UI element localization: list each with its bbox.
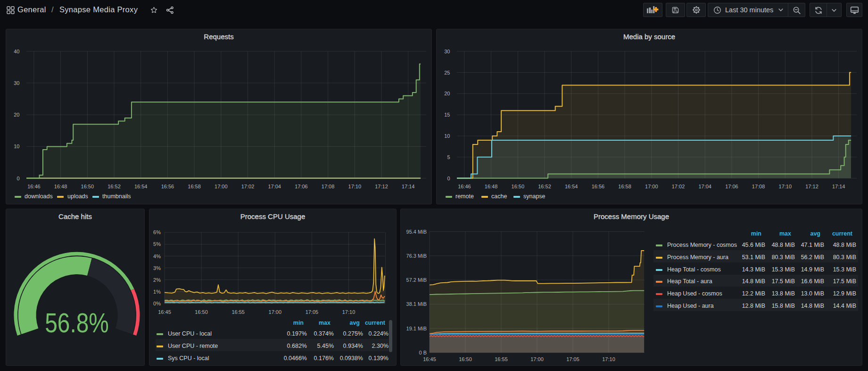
svg-text:17:02: 17:02 — [672, 184, 685, 189]
svg-text:56.8%: 56.8% — [45, 308, 109, 338]
svg-text:95.4 MiB: 95.4 MiB — [406, 229, 427, 235]
svg-text:17:10: 17:10 — [779, 184, 792, 189]
svg-text:25: 25 — [444, 70, 450, 76]
svg-text:57.2 MiB: 57.2 MiB — [406, 277, 427, 283]
svg-text:30: 30 — [14, 80, 19, 86]
svg-text:16:50: 16:50 — [81, 184, 94, 189]
svg-text:16:46: 16:46 — [27, 184, 41, 189]
svg-text:17:02: 17:02 — [241, 184, 255, 189]
svg-text:16:48: 16:48 — [485, 184, 498, 189]
svg-text:17:04: 17:04 — [268, 184, 281, 189]
svg-text:15: 15 — [444, 112, 450, 118]
svg-text:0: 0 — [447, 176, 450, 181]
svg-text:76.3 MiB: 76.3 MiB — [406, 253, 427, 259]
svg-text:0 B: 0 B — [419, 350, 427, 355]
svg-text:19.1 MiB: 19.1 MiB — [406, 326, 427, 331]
svg-text:30: 30 — [444, 49, 450, 54]
svg-text:0: 0 — [17, 176, 19, 181]
svg-text:17:08: 17:08 — [752, 184, 765, 189]
svg-text:16:45: 16:45 — [423, 356, 436, 362]
svg-text:20: 20 — [444, 91, 450, 96]
svg-text:16:56: 16:56 — [161, 184, 174, 189]
svg-text:16:50: 16:50 — [459, 356, 472, 362]
svg-text:16:52: 16:52 — [107, 184, 121, 189]
svg-text:17:10: 17:10 — [602, 356, 615, 362]
svg-text:16:56: 16:56 — [592, 184, 605, 189]
svg-text:10: 10 — [444, 133, 450, 139]
svg-text:16:58: 16:58 — [618, 184, 631, 189]
svg-text:16:55: 16:55 — [495, 356, 508, 362]
svg-text:17:06: 17:06 — [725, 184, 738, 189]
svg-text:20: 20 — [14, 112, 19, 118]
svg-text:17:00: 17:00 — [215, 184, 228, 189]
svg-text:38.1 MiB: 38.1 MiB — [406, 301, 427, 307]
svg-text:16:52: 16:52 — [538, 184, 551, 189]
svg-text:17:05: 17:05 — [566, 356, 579, 362]
svg-text:16:54: 16:54 — [565, 184, 578, 189]
svg-text:16:58: 16:58 — [188, 184, 201, 189]
svg-text:17:00: 17:00 — [645, 184, 658, 189]
svg-text:17:12: 17:12 — [805, 184, 818, 189]
svg-text:17:12: 17:12 — [375, 184, 388, 189]
svg-text:17:14: 17:14 — [832, 184, 845, 189]
svg-text:17:08: 17:08 — [322, 184, 335, 189]
svg-text:5: 5 — [447, 154, 450, 160]
svg-text:16:48: 16:48 — [54, 184, 67, 189]
svg-text:10: 10 — [14, 143, 19, 149]
svg-text:17:00: 17:00 — [530, 356, 544, 362]
svg-text:17:14: 17:14 — [402, 184, 415, 189]
svg-text:17:06: 17:06 — [295, 184, 308, 189]
svg-text:40: 40 — [14, 49, 19, 54]
svg-text:17:10: 17:10 — [348, 184, 362, 189]
svg-text:16:46: 16:46 — [458, 184, 471, 189]
svg-text:16:54: 16:54 — [134, 184, 148, 189]
svg-text:17:04: 17:04 — [698, 184, 711, 189]
svg-text:16:50: 16:50 — [512, 184, 525, 189]
